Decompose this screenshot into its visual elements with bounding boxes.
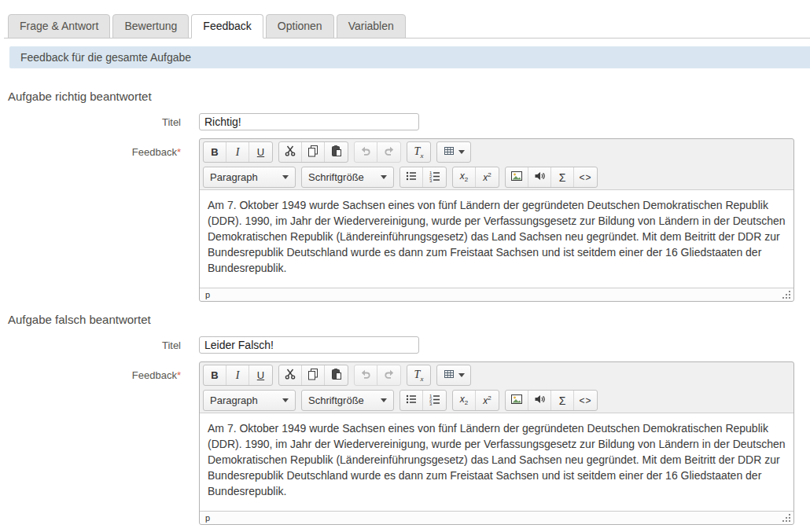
bullet-list-icon [405, 170, 418, 185]
superscript-button[interactable]: x2 [476, 167, 499, 187]
insert-audio-button[interactable] [528, 167, 551, 187]
insert-audio-button[interactable] [528, 391, 551, 410]
chevron-down-icon [458, 150, 465, 154]
superscript-icon: x2 [483, 171, 491, 183]
image-icon [510, 393, 523, 408]
tab-feedback[interactable]: Feedback [191, 14, 263, 39]
table-menu-button[interactable] [437, 365, 470, 385]
italic-button[interactable]: I [226, 142, 249, 162]
numbered-list-button[interactable]: 123 [423, 167, 446, 187]
sigma-icon: Σ [559, 394, 566, 407]
source-code-button[interactable]: <> [574, 167, 597, 187]
chevron-down-icon [282, 398, 289, 402]
feedback-row: Feedback* B I U [0, 138, 810, 302]
editor-content-area[interactable]: Am 7. Oktober 1949 wurde Sachsen eines v… [200, 413, 793, 511]
superscript-icon: x2 [483, 394, 491, 406]
numbered-list-icon: 123 [429, 170, 441, 185]
rich-text-editor-richtig: B I U [199, 138, 794, 302]
italic-icon: I [236, 146, 240, 159]
table-icon [443, 145, 455, 160]
redo-button[interactable] [377, 142, 400, 162]
numbered-list-button[interactable]: 123 [423, 391, 446, 410]
page: Frage & Antwort Bewertung Feedback Optio… [0, 14, 810, 525]
italic-button[interactable]: I [226, 365, 249, 385]
audio-icon [533, 170, 546, 185]
element-path[interactable]: p [205, 290, 210, 299]
undo-button[interactable] [355, 142, 377, 162]
section-header: Feedback für die gesamte Aufgabe [9, 46, 810, 68]
resize-grip-icon[interactable] [782, 514, 791, 523]
bullet-list-button[interactable] [400, 167, 423, 187]
bold-button[interactable]: B [204, 142, 226, 162]
undo-button[interactable] [355, 365, 377, 385]
clear-formatting-button[interactable]: Tx [407, 142, 430, 162]
copy-button[interactable] [302, 365, 325, 385]
tab-variablen[interactable]: Variablen [337, 14, 406, 39]
title-input-falsch[interactable] [199, 336, 419, 354]
code-icon: <> [579, 395, 591, 406]
paste-button[interactable] [325, 365, 348, 385]
font-size-value: Schriftgröße [308, 394, 364, 406]
resize-grip-icon[interactable] [782, 291, 791, 299]
source-code-button[interactable]: <> [574, 391, 597, 410]
element-path[interactable]: p [205, 513, 210, 523]
form-section-richtig: Aufgabe richtig beantwortet Titel Feedba… [0, 90, 810, 302]
underline-icon: U [257, 369, 264, 381]
insert-formula-button[interactable]: Σ [551, 167, 574, 187]
tab-bar: Frage & Antwort Bewertung Feedback Optio… [4, 14, 810, 39]
insert-image-button[interactable] [506, 391, 528, 410]
insert-image-button[interactable] [506, 167, 528, 187]
title-input-richtig[interactable] [199, 113, 419, 130]
copy-icon [307, 145, 319, 160]
clear-formatting-button[interactable]: Tx [407, 365, 430, 385]
svg-text:3: 3 [429, 178, 433, 182]
paragraph-format-value: Paragraph [210, 171, 258, 183]
title-row: Titel [0, 113, 810, 130]
font-size-dropdown[interactable]: Schriftgröße [302, 391, 393, 410]
subscript-button[interactable]: x2 [453, 391, 476, 410]
undo-icon [359, 145, 372, 160]
bold-icon: B [211, 146, 218, 158]
editor-toolbar-row2: Paragraph Schriftgröße 123 x2 x2 [200, 164, 793, 189]
cut-button[interactable] [279, 365, 302, 385]
insert-formula-button[interactable]: Σ [551, 391, 574, 410]
copy-button[interactable] [302, 142, 325, 162]
feedback-label: Feedback* [0, 138, 181, 302]
font-size-value: Schriftgröße [308, 171, 364, 183]
editor-content-area[interactable]: Am 7. Oktober 1949 wurde Sachsen eines v… [200, 189, 793, 288]
superscript-button[interactable]: x2 [476, 391, 499, 410]
editor-toolbar-row1: B I U [200, 139, 793, 164]
paste-button[interactable] [325, 142, 348, 162]
audio-icon [533, 393, 546, 408]
paragraph-format-dropdown[interactable]: Paragraph [204, 391, 295, 410]
subscript-button[interactable]: x2 [453, 167, 476, 187]
underline-button[interactable]: U [249, 142, 272, 162]
editor-toolbar-row1: B I U [200, 362, 793, 387]
clear-formatting-icon: Tx [414, 145, 424, 160]
tab-optionen[interactable]: Optionen [266, 14, 334, 39]
table-icon [443, 368, 455, 383]
editor-toolbar-row2: Paragraph Schriftgröße 123 x2 x2 [200, 387, 793, 413]
numbered-list-icon: 123 [429, 393, 441, 408]
underline-button[interactable]: U [249, 365, 272, 385]
bullet-list-button[interactable] [400, 391, 423, 410]
cut-button[interactable] [279, 142, 302, 162]
code-icon: <> [579, 172, 591, 183]
title-label: Titel [0, 113, 181, 130]
copy-icon [307, 368, 319, 383]
tab-frage-antwort[interactable]: Frage & Antwort [8, 14, 110, 39]
redo-icon [383, 368, 396, 383]
chevron-down-icon [381, 398, 387, 402]
cut-icon [284, 145, 296, 160]
bold-button[interactable]: B [204, 365, 226, 385]
chevron-down-icon [458, 373, 465, 377]
font-size-dropdown[interactable]: Schriftgröße [302, 167, 393, 187]
chevron-down-icon [381, 175, 387, 179]
paragraph-format-dropdown[interactable]: Paragraph [204, 167, 295, 187]
tab-bewertung[interactable]: Bewertung [112, 14, 189, 39]
image-icon [510, 170, 523, 185]
redo-button[interactable] [377, 365, 400, 385]
paragraph-format-value: Paragraph [210, 394, 258, 406]
feedback-row: Feedback* B I U [0, 361, 810, 525]
table-menu-button[interactable] [437, 142, 470, 162]
